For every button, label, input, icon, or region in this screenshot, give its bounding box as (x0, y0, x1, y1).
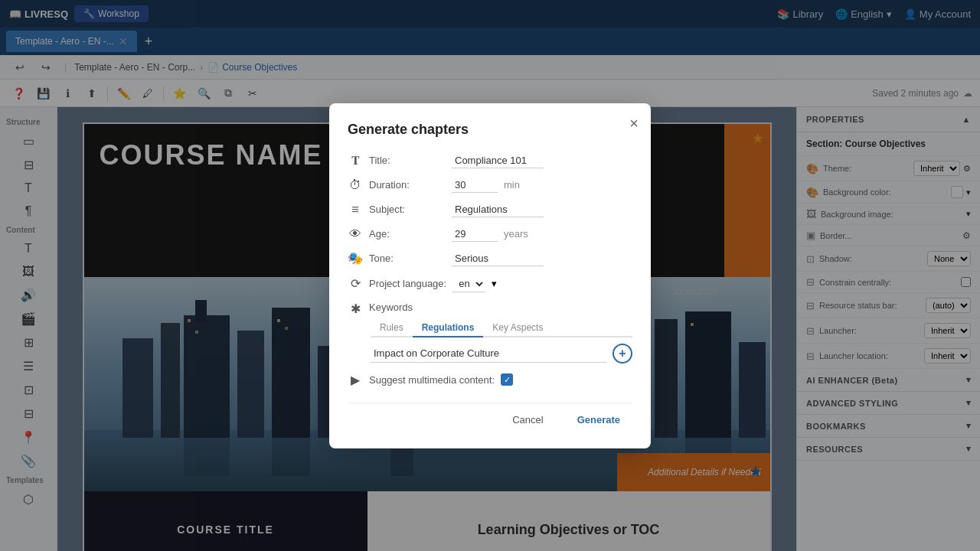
generate-button[interactable]: Generate (565, 409, 632, 430)
modal-footer: Cancel Generate (348, 403, 632, 430)
project-language-row: ⟳ Project language: en fr es ▾ (348, 276, 632, 292)
title-label: Title: (369, 155, 446, 166)
project-language-label: Project language: (369, 278, 446, 289)
generate-chapters-modal: Generate chapters × 𝐓 Title: ⏱ Duration:… (329, 103, 651, 448)
subject-label: Subject: (369, 204, 446, 215)
keywords-row: ✱ Keywords (348, 302, 632, 316)
subject-row: ≡ Subject: (348, 202, 632, 217)
modal-title: Generate chapters (348, 122, 632, 138)
subject-input[interactable] (452, 202, 544, 217)
age-icon: 👁 (348, 227, 363, 241)
language-chevron-icon: ▾ (492, 278, 497, 289)
duration-label: Duration: (369, 179, 446, 191)
tab-key-aspects[interactable]: Key Aspects (483, 319, 552, 337)
add-keyword-button[interactable]: + (612, 344, 632, 364)
duration-icon: ⏱ (348, 178, 363, 192)
modal-close-button[interactable]: × (629, 116, 639, 131)
language-select[interactable]: en fr es (452, 276, 485, 292)
keywords-section: Rules Regulations Key Aspects + (371, 319, 632, 364)
keywords-label: Keywords (369, 302, 446, 313)
duration-row: ⏱ Duration: min (348, 178, 632, 193)
subject-icon: ≡ (348, 203, 363, 217)
title-icon: 𝐓 (348, 154, 363, 168)
language-icon: ⟳ (348, 276, 363, 291)
title-row: 𝐓 Title: (348, 153, 632, 168)
keywords-tabs: Rules Regulations Key Aspects (371, 319, 632, 337)
multimedia-label: Suggest multimedia content: (369, 374, 495, 386)
tab-rules[interactable]: Rules (371, 319, 413, 337)
title-input[interactable] (452, 153, 544, 168)
multimedia-checkbox[interactable]: ✓ (501, 373, 513, 386)
modal-overlay: Generate chapters × 𝐓 Title: ⏱ Duration:… (0, 0, 980, 551)
duration-unit: min (504, 179, 520, 191)
age-label: Age: (369, 228, 446, 240)
multimedia-row: ▶ Suggest multimedia content: ✓ (348, 373, 632, 387)
age-row: 👁 Age: years (348, 227, 632, 242)
age-unit: years (504, 228, 528, 240)
tone-icon: 🎭 (348, 251, 363, 266)
keywords-input-row: + (371, 344, 632, 364)
tab-regulations[interactable]: Regulations (413, 319, 484, 337)
tone-row: 🎭 Tone: (348, 251, 632, 266)
keywords-icon: ✱ (348, 302, 363, 316)
age-input[interactable] (452, 227, 498, 242)
cancel-button[interactable]: Cancel (500, 409, 555, 430)
multimedia-icon: ▶ (348, 373, 363, 387)
tone-input[interactable] (452, 251, 544, 266)
duration-input[interactable] (452, 178, 498, 193)
keywords-input[interactable] (371, 344, 606, 363)
tone-label: Tone: (369, 253, 446, 264)
